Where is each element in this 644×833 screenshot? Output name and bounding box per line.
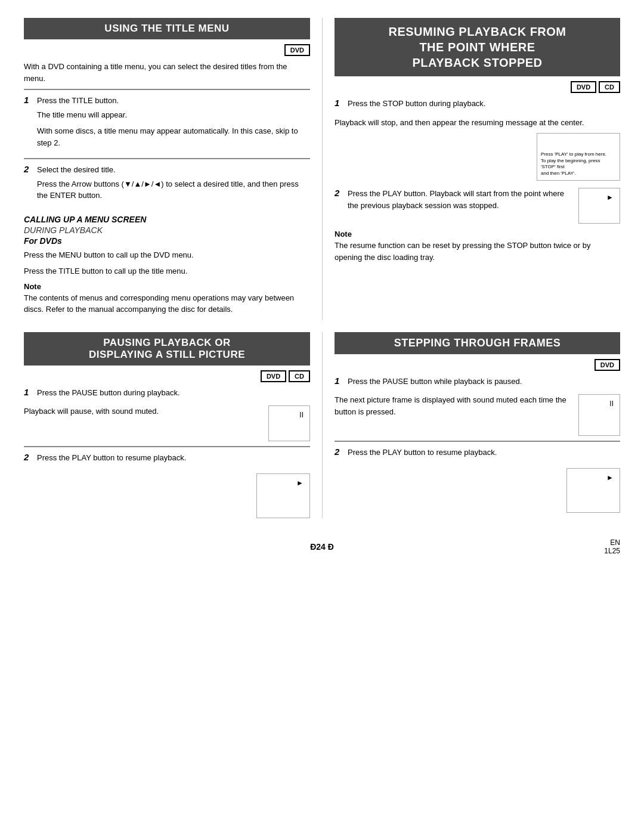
pause-icon: II bbox=[296, 408, 307, 422]
bottom-row: PAUSING PLAYBACK OR DISPLAYING A STILL P… bbox=[24, 332, 620, 518]
pause-divider bbox=[24, 446, 310, 447]
pause-step1-content: Press the PAUSE button during playback. bbox=[37, 387, 310, 404]
stepping-step2-content: Press the PLAY button to resume playback… bbox=[348, 447, 620, 463]
calling-section: CALLING UP A MENU SCREEN DURING PLAYBACK… bbox=[24, 215, 310, 315]
screen-text-line1: Press 'PLAY' to play from here. bbox=[541, 151, 606, 157]
resume-header: RESUMING PLAYBACK FROM THE POINT WHERE P… bbox=[335, 18, 620, 76]
stepping-section: STEPPING THROUGH FRAMES DVD 1 Press the … bbox=[335, 332, 620, 513]
stepping-step2-row: 2 Press the PLAY button to resume playba… bbox=[335, 447, 620, 463]
stepping-step2-text: Press the PLAY button to resume playback… bbox=[348, 447, 620, 459]
resume-section: RESUMING PLAYBACK FROM THE POINT WHERE P… bbox=[335, 18, 620, 263]
pause-screen: II bbox=[268, 405, 310, 441]
note-body: The contents of menus and corresponding … bbox=[24, 292, 310, 315]
resume-play-icon: ► bbox=[603, 191, 617, 204]
resume-step1-row: 1 Press the STOP button during playback. bbox=[335, 98, 620, 114]
left-bottom-column: PAUSING PLAYBACK OR DISPLAYING A STILL P… bbox=[24, 332, 322, 518]
title-menu-badge-row: DVD bbox=[24, 44, 310, 56]
for-dvds-title: For DVDs bbox=[24, 236, 310, 246]
step1-num: 1 bbox=[24, 95, 33, 105]
pause-step1-result: Playback will pause, with sound muted. bbox=[24, 405, 262, 417]
stepping-step1-with-image: The next picture frame is displayed with… bbox=[335, 394, 620, 436]
cd-badge-pause: CD bbox=[289, 370, 310, 382]
stepping-play-icon: ► bbox=[603, 471, 617, 484]
title-menu-header: USING THE TITLE MENU bbox=[24, 18, 310, 39]
stepping-header: STEPPING THROUGH FRAMES bbox=[335, 332, 620, 354]
pause-play-icon: ► bbox=[293, 476, 307, 490]
pause-section: PAUSING PLAYBACK OR DISPLAYING A STILL P… bbox=[24, 332, 310, 518]
screen-text-line2: To play the beginning, press 'STOP' firs… bbox=[541, 158, 600, 169]
stepping-step1-content: Press the PAUSE button while playback is… bbox=[348, 376, 620, 392]
step2-num: 2 bbox=[24, 164, 33, 174]
dvd-badge-pause: DVD bbox=[261, 370, 286, 382]
step1-result: The title menu will appear. bbox=[37, 109, 310, 121]
calling-title-line1: CALLING UP A MENU SCREEN bbox=[24, 215, 310, 224]
resume-note-label: Note bbox=[335, 230, 620, 239]
step1-row: 1 Press the TITLE button. The title menu… bbox=[24, 95, 310, 153]
page-footer: Ð24 Ð EN 1L25 bbox=[24, 542, 620, 552]
resume-step2-with-image: Press the PLAY button. Playback will sta… bbox=[348, 188, 620, 224]
stepping-badge-row: DVD bbox=[335, 359, 620, 371]
pause-step1-row: 1 Press the PAUSE button during playback… bbox=[24, 387, 310, 404]
step2-body: Press the Arrow buttons (▼/▲/►/◄) to sel… bbox=[37, 178, 310, 202]
title-menu-intro: With a DVD containing a title menu, you … bbox=[24, 61, 310, 84]
pause-header-line1: PAUSING PLAYBACK OR bbox=[103, 337, 231, 348]
resume-header-line1: RESUMING PLAYBACK FROM bbox=[388, 25, 566, 38]
stepping-step2-num: 2 bbox=[335, 447, 344, 457]
pause-step2-row: 2 Press the PLAY button to resume playba… bbox=[24, 452, 310, 469]
resume-step2-text-col: Press the PLAY button. Playback will sta… bbox=[348, 188, 572, 216]
left-column: USING THE TITLE MENU DVD With a DVD cont… bbox=[24, 18, 322, 320]
resume-step1-text: Press the STOP button during playback. bbox=[348, 98, 620, 110]
pause-step2-content: Press the PLAY button to resume playback… bbox=[37, 452, 310, 469]
resume-screen: Press 'PLAY' to play from here. To play … bbox=[537, 133, 620, 181]
pause-header: PAUSING PLAYBACK OR DISPLAYING A STILL P… bbox=[24, 332, 310, 366]
resume-step1-content: Press the STOP button during playback. bbox=[348, 98, 620, 114]
resume-play-screen: ► bbox=[578, 188, 620, 224]
resume-step1-result: Playback will stop, and then appear the … bbox=[335, 117, 620, 129]
resume-screen-container: Press 'PLAY' to play from here. To play … bbox=[335, 133, 620, 181]
step1-note-text: With some discs, a title menu may appear… bbox=[37, 125, 310, 148]
footer-en-label: EN bbox=[604, 538, 620, 547]
screen-text-line3: and then 'PLAY'. bbox=[541, 171, 576, 176]
calling-title-line2: DURING PLAYBACK bbox=[24, 225, 310, 235]
step1-text: Press the TITLE button. bbox=[37, 95, 310, 107]
pause-play-screen: ► bbox=[256, 473, 310, 518]
pause-badge-row: DVD CD bbox=[24, 370, 310, 382]
resume-step2-text: Press the PLAY button. Playback will sta… bbox=[348, 188, 572, 211]
stepping-step1-num: 1 bbox=[335, 376, 344, 386]
resume-step2-content: Press the PLAY button. Playback will sta… bbox=[348, 188, 620, 224]
pause-header-line2: DISPLAYING A STILL PICTURE bbox=[89, 349, 245, 360]
stepping-step1-row: 1 Press the PAUSE button while playback … bbox=[335, 376, 620, 392]
menu-btn-text: Press the MENU button to call up the DVD… bbox=[24, 249, 310, 261]
footer-en: EN 1L25 bbox=[604, 538, 620, 555]
right-bottom-column: STEPPING THROUGH FRAMES DVD 1 Press the … bbox=[322, 332, 620, 518]
stepping-pause-screen: II bbox=[578, 394, 620, 436]
right-column: RESUMING PLAYBACK FROM THE POINT WHERE P… bbox=[322, 18, 620, 320]
title-menu-section: USING THE TITLE MENU DVD With a DVD cont… bbox=[24, 18, 310, 315]
resume-badge-row: DVD CD bbox=[335, 81, 620, 93]
resume-step1-num: 1 bbox=[335, 98, 344, 108]
divider2 bbox=[24, 158, 310, 159]
divider1 bbox=[24, 89, 310, 90]
resume-header-line2: THE POINT WHERE bbox=[419, 41, 535, 54]
footer-page-num: Ð24 Ð bbox=[310, 542, 334, 552]
top-row: USING THE TITLE MENU DVD With a DVD cont… bbox=[24, 18, 620, 320]
pause-step2-text: Press the PLAY button to resume playback… bbox=[37, 452, 310, 464]
pause-step2-num: 2 bbox=[24, 452, 33, 462]
footer-version: 1L25 bbox=[604, 547, 620, 555]
resume-step2-row: 2 Press the PLAY button. Playback will s… bbox=[335, 188, 620, 224]
note-label: Note bbox=[24, 282, 310, 291]
pause-step1-text: Press the PAUSE button during playback. bbox=[37, 387, 310, 399]
step1-content: Press the TITLE button. The title menu w… bbox=[37, 95, 310, 153]
step2-text: Select the desired title. bbox=[37, 164, 310, 176]
stepping-divider bbox=[335, 441, 620, 442]
pause-play-screen-container: ► bbox=[24, 473, 310, 518]
page-layout: USING THE TITLE MENU DVD With a DVD cont… bbox=[24, 18, 620, 552]
stepping-step1-result: The next picture frame is displayed with… bbox=[335, 394, 572, 417]
resume-note-container: Note The resume function can be reset by… bbox=[335, 230, 620, 263]
stepping-step1-text: Press the PAUSE button while playback is… bbox=[348, 376, 620, 388]
dvd-badge-resume: DVD bbox=[571, 81, 596, 93]
step2-row: 2 Select the desired title. Press the Ar… bbox=[24, 164, 310, 206]
dvd-badge-stepping: DVD bbox=[595, 359, 620, 371]
pause-step1-num: 1 bbox=[24, 387, 33, 397]
cd-badge-resume: CD bbox=[599, 81, 620, 93]
